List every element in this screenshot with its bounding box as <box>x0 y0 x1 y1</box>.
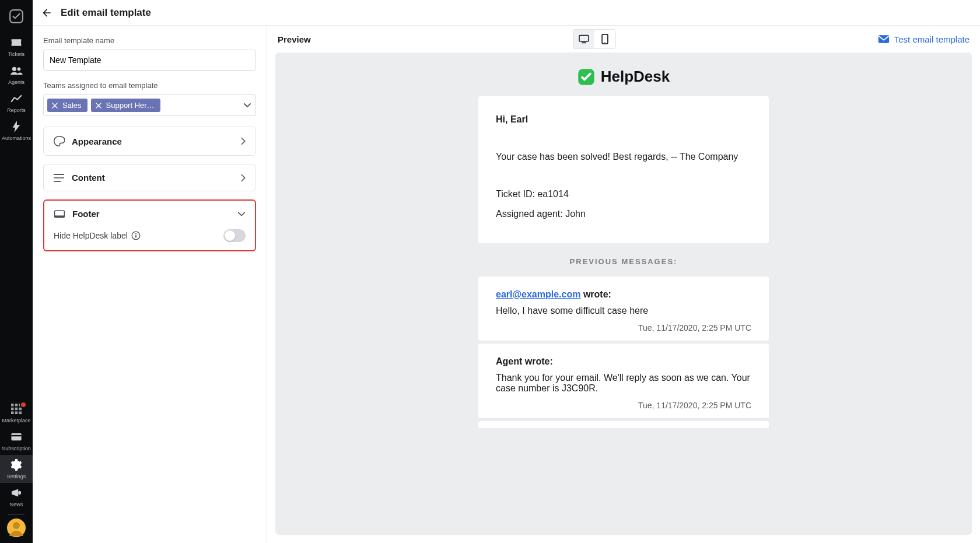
previous-messages-label: PREVIOUS MESSAGES: <box>478 257 769 266</box>
nav-settings-label: Settings <box>7 474 26 479</box>
svg-rect-25 <box>878 35 889 43</box>
ticket-icon <box>10 36 23 49</box>
svg-rect-18 <box>55 215 65 217</box>
message-timestamp: Tue, 11/17/2020, 2:25 PM UTC <box>496 401 751 410</box>
gear-icon <box>10 458 23 471</box>
agents-icon <box>10 64 23 77</box>
marketplace-badge <box>20 401 27 408</box>
section-appearance-title: Appearance <box>72 136 122 146</box>
app-sidebar: Tickets Agents Reports Automations Marke… <box>0 0 33 543</box>
chip-label: Support Her… <box>106 101 155 110</box>
svg-rect-7 <box>15 408 18 411</box>
email-ticket-id: Ticket ID: ea1014 <box>496 187 751 201</box>
user-avatar[interactable] <box>7 519 26 537</box>
helpdesk-logo-icon <box>578 68 595 86</box>
svg-rect-22 <box>579 36 589 41</box>
svg-rect-12 <box>11 433 21 440</box>
footer-icon <box>54 209 65 219</box>
nav-subscription-label: Subscription <box>2 446 31 451</box>
device-desktop-button[interactable] <box>573 30 594 48</box>
section-footer-title: Footer <box>72 209 100 219</box>
remove-chip-icon[interactable] <box>51 101 59 110</box>
svg-point-1 <box>12 67 16 71</box>
section-footer: Footer Hide HelpDesk label <box>43 199 256 251</box>
brand-name: HelpDesk <box>601 68 670 86</box>
chip-label: Sales <box>62 101 82 110</box>
list-icon <box>53 173 65 183</box>
message-card: Agent wrote: Thank you for your email. W… <box>478 344 769 419</box>
page-title: Edit email template <box>61 7 151 19</box>
test-email-link[interactable]: Test email template <box>878 34 970 44</box>
device-toggle <box>573 29 616 49</box>
chevron-right-icon <box>240 174 246 182</box>
email-agent: Assigned agent: John <box>496 207 751 221</box>
caret-down-icon[interactable] <box>244 103 251 108</box>
message-body: Hello, I have some difficult case here <box>496 306 751 316</box>
remove-chip-icon[interactable] <box>94 101 103 110</box>
nav-automations-label: Automations <box>2 135 31 141</box>
section-appearance[interactable]: Appearance <box>43 127 256 156</box>
template-name-label: Email template name <box>43 36 256 45</box>
svg-rect-4 <box>15 404 18 407</box>
svg-point-2 <box>18 67 21 71</box>
hide-label-toggle[interactable] <box>223 229 246 242</box>
preview-canvas: HelpDesk Hi, Earl Your case has been sol… <box>275 52 972 535</box>
svg-rect-8 <box>19 408 22 411</box>
helpdesk-brand: HelpDesk <box>478 68 769 86</box>
teams-multiselect[interactable]: Sales Support Her… <box>43 94 256 116</box>
email-preview-card: Hi, Earl Your case has been solved! Best… <box>478 96 769 243</box>
template-name-input[interactable] <box>43 50 256 71</box>
card-icon <box>10 430 23 443</box>
palette-icon <box>53 135 65 147</box>
team-chip-support[interactable]: Support Her… <box>91 99 160 112</box>
team-chip-sales[interactable]: Sales <box>47 99 88 112</box>
message-wrote-label: wrote: <box>580 289 611 299</box>
section-content[interactable]: Content <box>43 164 256 191</box>
nav-news-label: News <box>10 502 23 507</box>
message-body: Thank you for your email. We'll reply as… <box>496 373 751 394</box>
nav-settings[interactable]: Settings <box>0 455 33 483</box>
chevron-right-icon <box>240 137 246 145</box>
section-content-title: Content <box>72 173 105 183</box>
message-card: earl@example.com wrote: Hello, I have so… <box>478 276 769 341</box>
bolt-icon <box>10 120 23 133</box>
nav-marketplace-label: Marketplace <box>2 418 30 423</box>
svg-rect-10 <box>15 412 18 415</box>
nav-subscription[interactable]: Subscription <box>0 427 33 455</box>
svg-point-16 <box>13 522 20 529</box>
nav-automations[interactable]: Automations <box>0 117 33 145</box>
back-button[interactable] <box>40 6 54 20</box>
message-timestamp: Tue, 11/17/2020, 2:25 PM UTC <box>496 323 751 332</box>
mail-icon <box>878 34 890 44</box>
teams-label: Teams assigned to email template <box>43 81 256 90</box>
svg-rect-21 <box>135 235 136 238</box>
svg-rect-6 <box>11 408 14 411</box>
email-body: Your case has been solved! Best regards,… <box>496 150 751 164</box>
device-mobile-button[interactable] <box>594 30 615 48</box>
svg-point-20 <box>135 233 136 234</box>
reports-icon <box>10 92 23 105</box>
test-email-label: Test email template <box>894 34 970 44</box>
section-footer-header[interactable]: Footer <box>44 201 255 227</box>
megaphone-icon <box>10 486 23 499</box>
nav-reports-label: Reports <box>7 107 26 113</box>
nav-news[interactable]: News <box>0 483 33 511</box>
svg-rect-9 <box>11 412 14 415</box>
app-logo-icon <box>5 5 28 28</box>
svg-point-24 <box>604 42 606 43</box>
svg-rect-14 <box>18 491 21 495</box>
preview-title: Preview <box>278 34 311 44</box>
chevron-down-icon <box>237 211 246 217</box>
nav-marketplace[interactable]: Marketplace <box>0 399 33 427</box>
info-icon[interactable] <box>131 231 141 240</box>
svg-rect-3 <box>11 404 14 407</box>
nav-reports[interactable]: Reports <box>0 89 33 117</box>
sidebar-divider <box>8 514 24 515</box>
message-from-email[interactable]: earl@example.com <box>496 289 580 299</box>
message-agent-header: Agent wrote: <box>496 356 553 366</box>
nav-tickets[interactable]: Tickets <box>0 33 33 61</box>
nav-agents[interactable]: Agents <box>0 61 33 89</box>
svg-rect-13 <box>11 435 21 436</box>
topbar: Edit email template <box>33 0 980 26</box>
nav-agents-label: Agents <box>8 79 24 85</box>
